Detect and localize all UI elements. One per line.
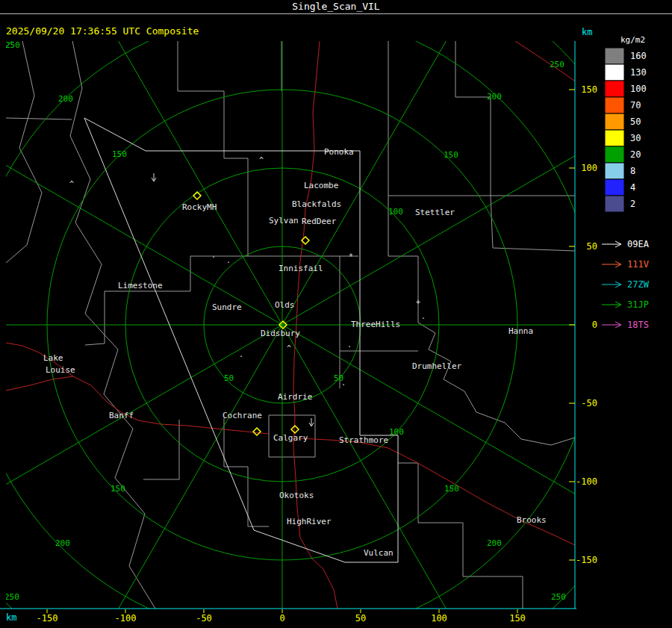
- right-axis-label-100: 100: [581, 163, 597, 173]
- range-label-250: 250: [5, 40, 20, 50]
- county-boundary: [85, 291, 105, 345]
- radar-map-display[interactable]: 2502001502502001501001502002501001502002…: [0, 0, 672, 628]
- colorbar-swatch-100: [605, 81, 624, 97]
- axis-ticks-layer: 150100500-50-100-150-150-100-50050100150: [37, 84, 597, 624]
- range-label-200: 200: [58, 94, 73, 104]
- colorbar-swatch-20: [605, 146, 624, 163]
- colorbar-swatch-160: [605, 48, 624, 64]
- range-rings-layer: [0, 0, 672, 628]
- scan-area-outline: [84, 118, 398, 562]
- city-label-sylvan: Sylvan: [269, 216, 299, 226]
- range-label-250: 250: [551, 592, 566, 602]
- cell-mark: ·: [211, 253, 216, 261]
- city-label-lacombe: Lacombe: [304, 181, 338, 190]
- radar-id-09EA: 09EA: [627, 239, 650, 249]
- colorbar-swatch-130: [605, 64, 624, 81]
- colorbar-value-100: 100: [630, 84, 647, 94]
- radar-id-31JP: 31JP: [627, 299, 649, 310]
- range-label-150: 150: [444, 484, 459, 494]
- cell-mark: ^: [287, 344, 291, 352]
- city-label-drumheller: Drumheller: [412, 361, 462, 371]
- colorbar-value-50: 50: [630, 116, 641, 127]
- colorbar-value-2: 2: [630, 199, 635, 209]
- right-axis-label-50: 50: [587, 241, 597, 252]
- cell-mark: ·: [226, 258, 231, 267]
- county-boundary: [398, 463, 523, 609]
- city-label-sundre: Sundre: [212, 302, 242, 312]
- city-label-blackfalds: Blackfalds: [292, 199, 341, 209]
- cell-mark: ·: [347, 343, 352, 351]
- cell-mark: ·: [341, 381, 346, 389]
- colorbar-value-4: 4: [630, 182, 635, 193]
- bottom-axis-label--150: -150: [37, 613, 58, 624]
- city-label-innisfail: Innisfail: [279, 264, 323, 273]
- colorbar-swatch-8: [605, 163, 624, 179]
- colorbar-swatch-70: [605, 97, 624, 114]
- right-axis-label--150: -150: [576, 555, 597, 565]
- radar-id-legend: 09EA111V27ZW31JP18TS: [602, 239, 650, 330]
- scan-area-outline-layer: [84, 118, 398, 562]
- city-label-cochrane: Cochrane: [223, 411, 262, 420]
- cell-mark: ^: [69, 180, 74, 188]
- county-boundary: [143, 420, 179, 479]
- city-label-limestone: Limestone: [118, 281, 163, 290]
- bottom-axis-label--100: -100: [115, 613, 137, 624]
- colorbar-value-70: 70: [630, 100, 641, 111]
- city-label-didsbury: Didsbury: [261, 329, 300, 338]
- bottom-axis-label-100: 100: [431, 613, 447, 624]
- right-axis-label-0: 0: [592, 320, 597, 330]
- right-axis-label--50: -50: [581, 398, 597, 408]
- highway-line: [515, 41, 576, 82]
- highway-line: [299, 438, 576, 546]
- cell-mark: ^: [259, 156, 264, 164]
- colorbar-value-30: 30: [630, 133, 641, 143]
- colorbar-swatch-50: [605, 114, 624, 130]
- range-label-250: 250: [4, 592, 19, 602]
- colorbar-swatch-2: [605, 196, 624, 212]
- range-labels-layer: 2502001502502001501001502002501001502002…: [4, 40, 566, 602]
- bottom-axis-label-0: 0: [279, 613, 284, 624]
- city-label-ponoka: Ponoka: [324, 147, 354, 157]
- colorbar-value-160: 160: [630, 51, 647, 61]
- county-boundary: [418, 323, 575, 445]
- city-label-lake: Lake: [43, 353, 63, 363]
- cell-mark: ·: [239, 352, 243, 361]
- colorbar-value-20: 20: [630, 149, 641, 160]
- radar-id-18TS: 18TS: [627, 320, 649, 330]
- range-label-100: 100: [388, 207, 403, 217]
- city-label-highriver: HighRiver: [287, 517, 332, 526]
- azimuth-lines-layer: [0, 0, 672, 628]
- right-axis-label-150: 150: [581, 84, 597, 95]
- range-label-50: 50: [224, 373, 234, 383]
- city-label-olds: Olds: [275, 300, 295, 310]
- radar-site-marker: [291, 426, 299, 433]
- city-label-rockymh: RockyMH: [182, 202, 217, 212]
- colorbar-value-8: 8: [630, 166, 635, 176]
- city-label-airdrie: Airdrie: [278, 392, 312, 402]
- range-label-250: 250: [550, 60, 564, 69]
- county-boundary: [491, 196, 575, 251]
- range-ring-200km: [0, 11, 596, 628]
- city-label-hanna: Hanna: [508, 326, 533, 336]
- bottom-axis-label-150: 150: [509, 613, 526, 624]
- cell-mark: ·: [421, 314, 426, 323]
- colorbar-swatch-4: [605, 179, 624, 196]
- range-ring-250km: [0, 0, 672, 628]
- county-boundary: [178, 41, 224, 158]
- city-label-okotoks: Okotoks: [279, 491, 314, 500]
- colorbar-value-130: 130: [630, 67, 647, 78]
- city-label-louise: Louise: [46, 365, 75, 375]
- city-label-banff: Banff: [109, 411, 134, 420]
- cell-mark: *: [349, 252, 353, 261]
- range-label-150: 150: [112, 149, 127, 159]
- county-boundary: [224, 418, 269, 526]
- county-boundary: [388, 256, 418, 323]
- city-label-reddeer: RedDeer: [302, 217, 337, 226]
- radar-id-27ZW: 27ZW: [627, 279, 650, 290]
- range-label-150: 150: [444, 150, 458, 160]
- city-label-strathmore: Strathmore: [339, 435, 388, 445]
- range-label-150: 150: [111, 484, 125, 494]
- county-boundary: [455, 41, 491, 196]
- range-label-200: 200: [487, 538, 502, 548]
- city-label-threehills: ThreeHills: [351, 320, 400, 329]
